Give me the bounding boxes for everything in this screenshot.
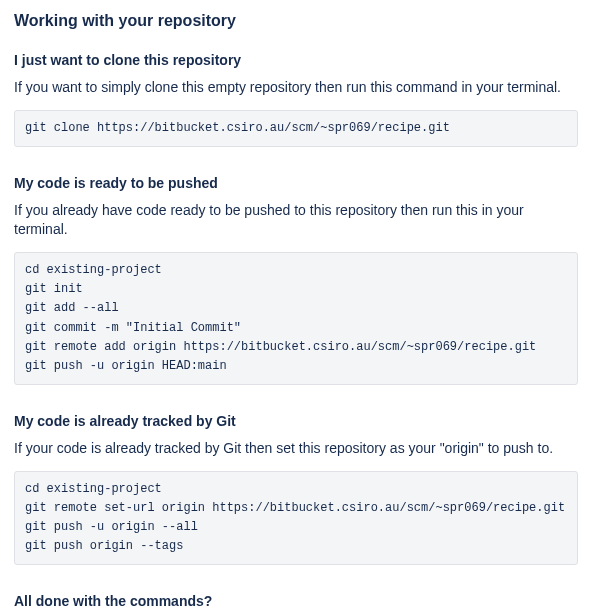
done-title: All done with the commands?: [14, 593, 578, 609]
section-title: I just want to clone this repository: [14, 52, 578, 68]
page-title: Working with your repository: [14, 12, 578, 30]
section-title: My code is ready to be pushed: [14, 175, 578, 191]
section-title: My code is already tracked by Git: [14, 413, 578, 429]
code-block[interactable]: cd existing-project git init git add --a…: [14, 252, 578, 385]
section-tracked: My code is already tracked by Git If you…: [14, 413, 578, 565]
section-desc: If you already have code ready to be pus…: [14, 201, 578, 240]
section-desc: If you want to simply clone this empty r…: [14, 78, 578, 98]
section-push: My code is ready to be pushed If you alr…: [14, 175, 578, 385]
code-block[interactable]: git clone https://bitbucket.csiro.au/scm…: [14, 110, 578, 147]
code-block[interactable]: cd existing-project git remote set-url o…: [14, 471, 578, 566]
section-desc: If your code is already tracked by Git t…: [14, 439, 578, 459]
section-clone: I just want to clone this repository If …: [14, 52, 578, 147]
